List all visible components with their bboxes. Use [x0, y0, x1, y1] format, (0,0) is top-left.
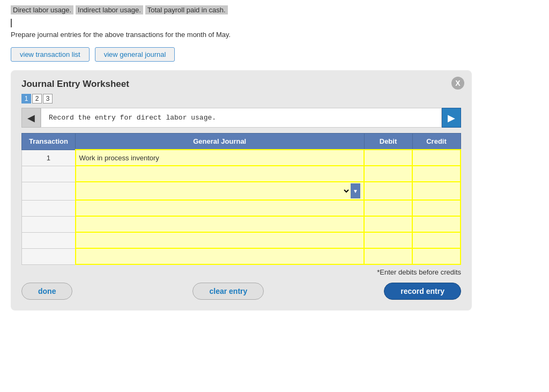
intro-description: Prepare journal entries for the above tr…: [11, 31, 538, 39]
transaction-cell: [22, 248, 76, 264]
credit-cell[interactable]: [412, 166, 461, 182]
record-entry-button[interactable]: record entry: [384, 283, 461, 300]
general-journal-cell[interactable]: Work in process inventory: [76, 150, 365, 166]
instruction-row: ◀ Record the entry for direct labor usag…: [21, 108, 461, 128]
credit-cell[interactable]: [412, 248, 461, 264]
dropdown-arrow-icon: ▼: [351, 183, 360, 198]
transaction-cell: [22, 232, 76, 248]
page-3[interactable]: 3: [43, 94, 53, 103]
table-row: ▼: [22, 182, 461, 200]
view-transaction-list-button[interactable]: view transaction list: [11, 47, 90, 62]
done-button[interactable]: done: [21, 283, 72, 300]
transaction-cell: [22, 182, 76, 200]
hint-text: *Enter debits before credits: [21, 268, 461, 276]
footer-buttons: done clear entry record entry: [21, 283, 461, 300]
table-row: [22, 216, 461, 232]
transaction-cell: [22, 216, 76, 232]
worksheet-panel: X Journal Entry Worksheet 1 2 3 ◀ Record…: [11, 70, 472, 310]
transaction-cell: 1: [22, 150, 76, 166]
intro-item-2: Indirect labor usage.: [76, 5, 143, 14]
prev-arrow-button[interactable]: ◀: [21, 108, 41, 128]
debit-cell[interactable]: [364, 248, 412, 264]
general-journal-cell[interactable]: [76, 166, 365, 182]
clear-entry-button[interactable]: clear entry: [192, 283, 264, 300]
dropdown-wrapper[interactable]: ▼: [79, 183, 361, 198]
credit-cell[interactable]: [412, 150, 461, 166]
next-arrow-button[interactable]: ▶: [442, 108, 461, 128]
debit-cell[interactable]: [364, 200, 412, 216]
general-journal-select[interactable]: [79, 183, 351, 198]
credit-cell[interactable]: [412, 232, 461, 248]
table-row: [22, 166, 461, 182]
view-general-journal-button[interactable]: view general journal: [95, 47, 175, 62]
debit-cell[interactable]: [364, 166, 412, 182]
table-row: [22, 200, 461, 216]
col-header-general-journal: General Journal: [76, 134, 365, 150]
table-row: 1 Work in process inventory: [22, 150, 461, 166]
transaction-cell: [22, 200, 76, 216]
page-2[interactable]: 2: [32, 94, 42, 103]
credit-cell[interactable]: [412, 200, 461, 216]
intro-item-3: Total payroll paid in cash.: [145, 5, 228, 14]
table-row: [22, 248, 461, 264]
debit-cell[interactable]: [364, 150, 412, 166]
page-navigation: 1 2 3: [21, 94, 461, 103]
toolbar: view transaction list view general journ…: [11, 47, 538, 62]
col-header-debit: Debit: [364, 134, 412, 150]
transaction-cell: [22, 166, 76, 182]
general-journal-cell[interactable]: [76, 200, 365, 216]
page-1[interactable]: 1: [21, 94, 31, 103]
general-journal-cell[interactable]: [76, 232, 365, 248]
col-header-credit: Credit: [412, 134, 461, 150]
instruction-text: Record the entry for direct labor usage.: [41, 108, 442, 128]
worksheet-title: Journal Entry Worksheet: [21, 79, 461, 90]
intro-list: Direct labor usage. Indirect labor usage…: [11, 5, 538, 16]
debit-cell[interactable]: [364, 182, 412, 200]
credit-cell[interactable]: [412, 216, 461, 232]
general-journal-cell[interactable]: [76, 216, 365, 232]
journal-table: Transaction General Journal Debit Credit…: [21, 133, 461, 265]
intro-item-1: Direct labor usage.: [11, 5, 73, 14]
debit-cell[interactable]: [364, 232, 412, 248]
credit-cell[interactable]: [412, 182, 461, 200]
general-journal-dropdown-cell[interactable]: ▼: [76, 182, 365, 200]
close-button[interactable]: X: [451, 77, 464, 90]
table-row: [22, 232, 461, 248]
col-header-transaction: Transaction: [22, 134, 76, 150]
debit-cell[interactable]: [364, 216, 412, 232]
general-journal-cell[interactable]: [76, 248, 365, 264]
